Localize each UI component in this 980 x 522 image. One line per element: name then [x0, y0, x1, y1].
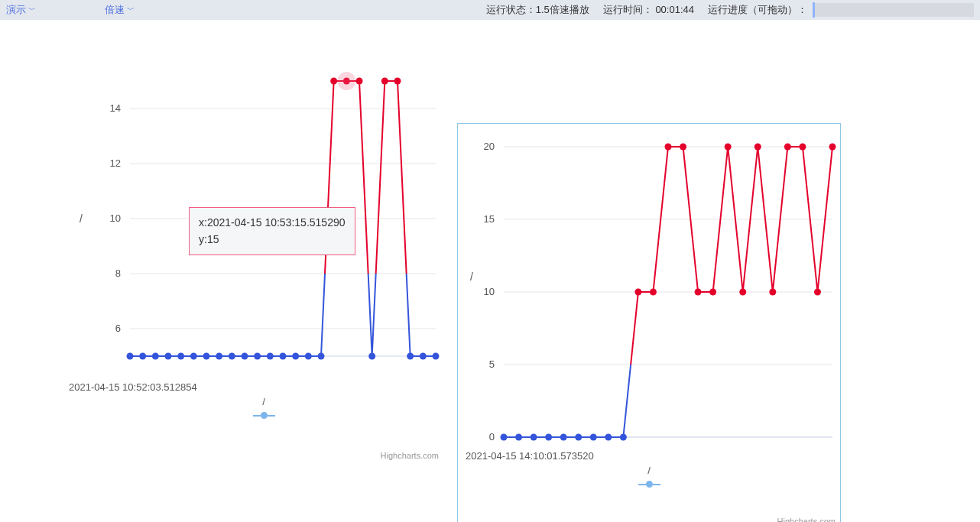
tooltip-y: y:15: [199, 231, 346, 248]
svg-point-50: [665, 144, 672, 151]
svg-text:0: 0: [489, 431, 495, 443]
svg-point-28: [280, 353, 287, 360]
svg-point-36: [337, 72, 355, 90]
svg-point-59: [799, 144, 806, 151]
svg-point-68: [590, 434, 597, 441]
svg-point-56: [754, 144, 761, 151]
svg-point-64: [531, 434, 537, 441]
svg-point-60: [814, 289, 821, 296]
y-axis-title: /: [470, 271, 473, 283]
svg-point-49: [650, 289, 657, 296]
demo-label: 演示: [6, 3, 26, 17]
status-value: 1.5倍速播放: [536, 4, 589, 15]
svg-point-48: [634, 289, 641, 296]
chart-right-plot[interactable]: 05101520: [458, 131, 840, 452]
svg-text:6: 6: [115, 323, 121, 334]
svg-point-19: [165, 353, 172, 360]
speed-label: 倍速: [105, 3, 125, 17]
time-label: 运行时间：: [603, 4, 653, 15]
svg-point-62: [501, 434, 508, 441]
status-label: 运行状态：: [486, 4, 536, 15]
svg-point-61: [829, 144, 836, 151]
demo-dropdown[interactable]: 演示 ﹀: [6, 3, 36, 17]
run-status: 运行状态：1.5倍速播放: [486, 3, 589, 17]
legend-marker-icon: [646, 481, 653, 488]
svg-point-55: [739, 289, 746, 296]
svg-point-29: [292, 353, 299, 360]
svg-point-34: [420, 353, 427, 360]
svg-point-13: [356, 78, 363, 85]
svg-point-16: [127, 353, 134, 360]
svg-point-18: [152, 353, 159, 360]
svg-point-69: [605, 434, 612, 441]
legend[interactable]: [84, 412, 443, 419]
svg-point-33: [407, 353, 414, 360]
tooltip-x: x:2021-04-15 10:53:15.515290: [199, 214, 346, 231]
svg-point-25: [242, 353, 248, 360]
svg-point-58: [784, 144, 791, 151]
svg-point-21: [190, 353, 197, 360]
svg-point-24: [229, 353, 235, 360]
legend-marker-icon: [261, 412, 268, 419]
speed-dropdown[interactable]: 倍速 ﹀: [105, 3, 135, 17]
svg-text:15: 15: [484, 213, 495, 225]
svg-point-11: [330, 78, 337, 85]
x-axis-title: /: [84, 396, 443, 407]
svg-point-17: [139, 353, 146, 360]
svg-point-30: [305, 353, 312, 360]
progress-label: 运行进度（可拖动）：: [708, 3, 807, 17]
top-toolbar: 演示 ﹀ 倍速 ﹀ 运行状态：1.5倍速播放 运行时间： 00:01:44 运行…: [0, 0, 980, 20]
svg-point-32: [368, 353, 375, 360]
chart-right: / 05101520 2021-04-15 14:10:01.573520 / …: [457, 123, 841, 522]
svg-point-51: [680, 144, 686, 151]
svg-point-14: [381, 78, 388, 85]
svg-point-70: [620, 434, 627, 441]
svg-text:5: 5: [489, 358, 495, 370]
svg-text:8: 8: [115, 267, 121, 279]
svg-point-66: [560, 434, 567, 441]
svg-text:14: 14: [110, 102, 121, 114]
x-axis-start-label: 2021-04-15 10:52:03.512854: [69, 381, 443, 393]
svg-point-52: [695, 289, 702, 296]
svg-point-15: [394, 78, 401, 85]
svg-point-23: [216, 353, 222, 360]
svg-point-57: [769, 289, 776, 296]
svg-text:10: 10: [484, 286, 495, 297]
svg-point-27: [267, 353, 274, 360]
svg-point-20: [177, 353, 184, 360]
legend[interactable]: [458, 481, 840, 488]
svg-point-22: [203, 353, 210, 360]
chart-credits[interactable]: Highcharts.com: [381, 451, 439, 460]
svg-text:20: 20: [484, 141, 495, 152]
progress-bar[interactable]: [813, 3, 974, 17]
svg-point-63: [515, 434, 522, 441]
x-axis-title: /: [458, 465, 840, 476]
chart-left: / 68101214 2021-04-15 10:52:03.512854 / …: [84, 66, 443, 463]
svg-point-65: [545, 434, 552, 441]
svg-text:10: 10: [110, 212, 121, 224]
svg-point-67: [575, 434, 582, 441]
chevron-down-icon: ﹀: [127, 5, 135, 15]
svg-point-53: [709, 289, 716, 296]
svg-point-35: [433, 353, 440, 360]
chart-credits[interactable]: Highcharts.com: [777, 517, 836, 522]
chevron-down-icon: ﹀: [28, 5, 36, 15]
chart-tooltip: x:2021-04-15 10:53:15.515290 y:15: [189, 207, 355, 255]
svg-point-54: [725, 144, 732, 151]
time-value: 00:01:44: [655, 4, 694, 15]
progress-handle[interactable]: [813, 2, 815, 18]
y-axis-title: /: [80, 212, 83, 225]
svg-text:12: 12: [110, 157, 121, 169]
svg-point-26: [254, 353, 261, 360]
run-time: 运行时间： 00:01:44: [603, 3, 694, 17]
svg-point-31: [318, 353, 325, 360]
